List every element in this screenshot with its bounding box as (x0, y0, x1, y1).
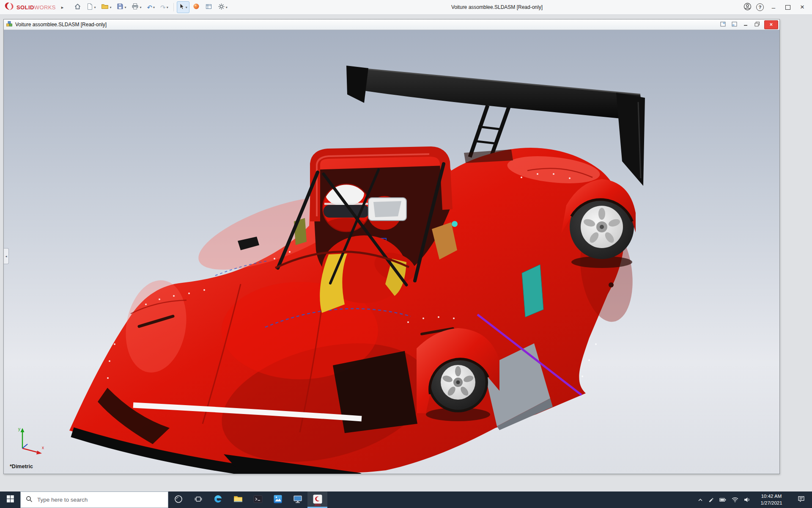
table-icon (205, 3, 212, 12)
toolbar-separator (173, 3, 174, 11)
ds-logo-icon (4, 2, 14, 13)
windows-logo-icon (7, 495, 14, 504)
options-button[interactable]: ▾ (216, 1, 230, 13)
gear-icon (218, 3, 225, 12)
command-prompt-button[interactable] (248, 491, 268, 508)
appearance-button[interactable] (191, 1, 202, 13)
action-center-button[interactable] (793, 496, 809, 504)
monitor-icon (293, 495, 302, 505)
tile-window-icon (720, 22, 726, 28)
graphics-viewport[interactable]: y x *Dimetric ◂ (4, 30, 779, 474)
mdi-client-area: Voiture assomblee.SLDASM [Read-only] × (0, 15, 812, 491)
3d-model-scene[interactable] (4, 30, 779, 474)
task-view-icon (195, 496, 202, 504)
save-icon (117, 3, 123, 11)
maximize-button[interactable] (781, 0, 795, 15)
battery-icon[interactable] (719, 498, 726, 502)
clock-time: 10:42 AM (756, 493, 787, 500)
start-button[interactable] (0, 491, 20, 508)
evaluate-table-button[interactable] (203, 1, 214, 13)
dropdown-caret-icon: ▾ (153, 6, 155, 9)
dropdown-caret-icon: ▾ (140, 6, 141, 9)
undo-icon: ↶ (147, 4, 152, 11)
new-document-icon (87, 3, 93, 12)
restore-icon (754, 22, 760, 28)
app-titlebar: SOLIDWORKS ▸ ▾ ▾ ▾ ▾ (0, 0, 812, 15)
document-minimize-button[interactable] (740, 20, 752, 29)
windows-taskbar: 2021 10:42 AM 1/27/2021 (0, 491, 812, 508)
print-button[interactable]: ▾ (129, 1, 143, 13)
file-explorer-icon (233, 495, 243, 505)
document-window-controls: × (717, 19, 779, 30)
command-prompt-icon (253, 495, 263, 505)
taskbar-search[interactable] (20, 491, 168, 508)
dropdown-caret-icon: ▾ (186, 6, 187, 9)
photos-button[interactable] (268, 491, 288, 508)
help-icon: ? (756, 3, 764, 11)
cortana-icon (174, 494, 183, 505)
account-button[interactable] (741, 1, 754, 14)
dropdown-caret-icon: ▾ (94, 6, 96, 9)
dropdown-caret-icon: ▾ (226, 6, 228, 9)
document-title: Voiture assomblee.SLDASM [Read-only] (15, 22, 107, 28)
taskbar-clock[interactable]: 10:42 AM 1/27/2021 (756, 493, 787, 506)
task-view-button[interactable] (188, 491, 208, 508)
system-tray: 10:42 AM 1/27/2021 (695, 491, 812, 508)
edge-icon (213, 494, 223, 505)
photos-icon (273, 494, 283, 505)
open-button[interactable]: ▾ (99, 1, 113, 13)
wifi-icon[interactable] (732, 497, 738, 502)
edge-button[interactable] (208, 491, 228, 508)
tile-window-button[interactable] (717, 20, 729, 29)
undo-button[interactable]: ↶ ▾ (145, 1, 157, 13)
document-close-button[interactable]: × (764, 20, 778, 29)
taskbar-spacer (327, 491, 695, 508)
volume-icon[interactable] (744, 497, 750, 502)
appearance-sphere-icon (193, 3, 200, 11)
search-input[interactable] (36, 496, 156, 503)
document-window: Voiture assomblee.SLDASM [Read-only] × (3, 19, 780, 474)
orientation-triad: y x (14, 425, 47, 458)
help-button[interactable]: ? (754, 1, 766, 14)
print-icon (132, 3, 139, 11)
triad-x-label: x (42, 445, 44, 450)
cortana-button[interactable] (168, 491, 188, 508)
brand-name-light: WORKS (34, 4, 56, 11)
solidworks-taskbar-button[interactable]: 2021 (307, 491, 327, 508)
clock-date: 1/27/2021 (756, 500, 787, 507)
solidworks-version-badge: 2021 (307, 504, 327, 507)
redo-button[interactable]: ↷ ▾ (158, 1, 170, 13)
new-document-button[interactable]: ▾ (85, 1, 98, 13)
notification-icon (798, 496, 805, 504)
hidden-icons-chevron[interactable] (698, 498, 703, 502)
save-button[interactable]: ▾ (115, 1, 128, 13)
cascade-window-button[interactable] (729, 20, 740, 29)
minimize-icon (743, 22, 748, 28)
dropdown-caret-icon: ▾ (110, 6, 111, 9)
minimize-button[interactable]: – (766, 0, 781, 15)
file-explorer-button[interactable] (228, 491, 248, 508)
solidworks-logo: SOLIDWORKS ▸ (3, 2, 63, 13)
solidworks-app-window: SOLIDWORKS ▸ ▾ ▾ ▾ ▾ (0, 0, 812, 508)
home-button[interactable] (72, 1, 83, 13)
triad-y-label: y (18, 427, 20, 431)
titlebar-right-controls: ? – × (741, 0, 809, 15)
document-titlebar[interactable]: Voiture assomblee.SLDASM [Read-only] × (4, 19, 779, 30)
monitor-button[interactable] (288, 491, 307, 508)
dropdown-caret-icon: ▾ (167, 6, 168, 9)
dropdown-caret-icon: ▾ (124, 6, 126, 9)
pen-icon[interactable] (708, 497, 714, 502)
close-button[interactable]: × (795, 0, 809, 15)
assembly-document-icon (6, 21, 13, 28)
search-icon (26, 496, 33, 504)
brand-name-bold: SOLID (16, 4, 34, 11)
home-icon (74, 3, 81, 12)
document-restore-button[interactable] (752, 20, 763, 29)
feature-pane-flyout-handle[interactable]: ◂ (4, 248, 9, 264)
redo-icon: ↷ (160, 4, 166, 11)
rear-view-mirror[interactable] (368, 198, 406, 221)
select-tool-button[interactable]: ▾ (177, 1, 189, 13)
account-icon (743, 3, 752, 12)
app-title: Voiture assomblee.SLDASM [Read-only] (436, 0, 558, 15)
menu-expand-icon[interactable]: ▸ (61, 5, 64, 10)
